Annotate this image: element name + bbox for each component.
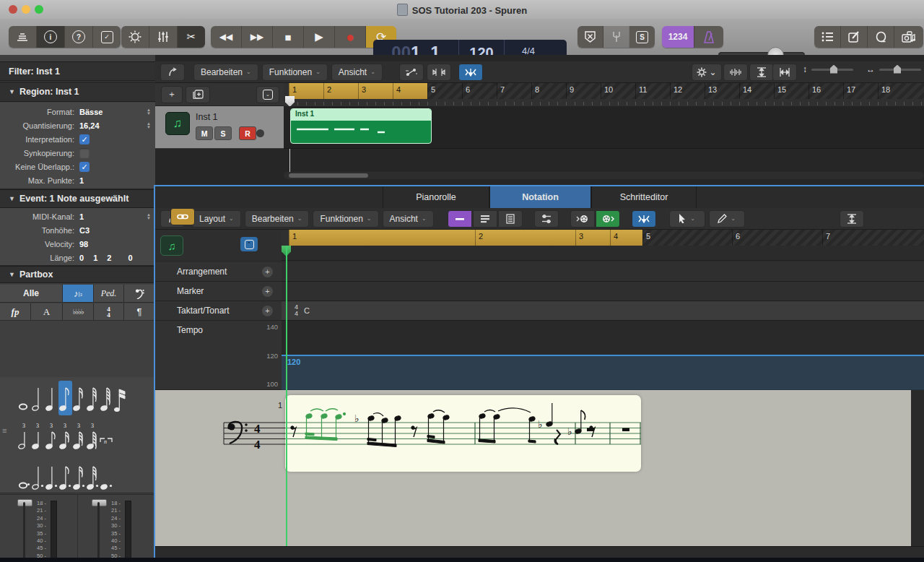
partbox-note-n8-triplet[interactable]: 3 [45,419,58,454]
view-page-button[interactable] [498,210,523,228]
metronome-button[interactable] [694,26,723,48]
menu-ansicht[interactable]: Ansicht⌄ [331,64,383,81]
collapse-global-tracks-button[interactable]: ⌃ [240,237,258,251]
track-lane[interactable]: Inst 1 [284,106,924,149]
rewind-button[interactable]: ◀◀ [211,26,242,48]
forward-button[interactable]: ▶▶ [242,26,273,48]
vertical-zoom-slider[interactable]: ↕ [803,64,853,74]
track-name[interactable]: Inst 1 [196,112,218,122]
pointer-tool-button[interactable]: ⌄ [669,210,705,228]
solo-mode-button[interactable]: S [629,26,655,48]
drag-handle-icon[interactable]: ≡ [2,426,6,435]
region-inspector-header[interactable]: ▼Region: Inst 1 [0,82,155,102]
partbox-note-bracket[interactable]: n [100,419,113,454]
midi-region[interactable]: Inst 1 [290,108,432,144]
param-format[interactable]: Format:Bässe▲▼ [0,105,155,118]
tab-notation[interactable]: Notation [489,186,591,208]
partbox-note-n16-dotted[interactable] [72,459,86,494]
filter-settings-button[interactable] [534,210,559,228]
media-browser-button[interactable] [894,26,923,48]
partbox-tab-timesig[interactable]: 44 [94,303,124,321]
horizontal-scrollbar[interactable] [284,172,924,179]
waveform-zoom-button[interactable] [723,64,748,81]
smart-controls-button[interactable] [121,26,149,48]
partbox-note-n16[interactable] [72,381,86,415]
bar-ruler[interactable]: 123456789101112131415161718 [284,83,924,106]
param-no-overlap[interactable]: Keine Überlapp.:✓ [0,160,155,173]
track-mute-button[interactable]: M [196,126,213,140]
partbox-tab-accidentals[interactable]: ♭♭♭♭ [63,303,94,321]
tempo-curve[interactable] [282,355,924,392]
region-color-button[interactable]: ♫ [160,235,183,256]
menu-funktionen[interactable]: Funktionen⌄ [313,210,378,228]
partbox-tab-paragraph[interactable]: ¶ [124,303,155,321]
param-quantize[interactable]: Quantisierung:16,24▲▼ [0,118,155,132]
signature-lane[interactable]: 44 C [282,301,924,321]
score-bar-ruler[interactable]: 1234567 [282,230,924,246]
scrollbar-thumb[interactable] [289,173,368,178]
param-interpretation[interactable]: Interpretation:✓ [0,132,155,146]
param-midi-channel[interactable]: MIDI-Kanal:1▲▼ [0,209,155,223]
arrangement-lane[interactable] [282,262,924,282]
track-solo-button[interactable]: S [214,126,232,140]
menu-layout[interactable]: Layout⌄ [192,210,241,228]
partbox-tab-notes[interactable]: ♪|₃ [63,285,94,303]
catch-back-button[interactable] [160,64,185,81]
menu-ansicht[interactable]: Ansicht⌄ [383,210,434,228]
track-record-button[interactable]: R [239,126,256,140]
note-pads-button[interactable] [841,26,868,48]
record-button[interactable]: ● [335,26,366,48]
track-icon[interactable]: ♫ [165,112,190,135]
partbox-note-half-triplet[interactable]: 3 [17,419,31,454]
global-track-marker[interactable]: Marker+ [155,282,282,301]
tab-schritteditor[interactable]: Schritteditor [591,186,697,208]
add-track-button[interactable]: ＋ [161,86,183,103]
stepper-icon[interactable]: ▲▼ [147,108,151,116]
partbox-tab-clef[interactable] [124,285,155,303]
partbox-note-half[interactable] [31,381,45,415]
partbox-note-whole[interactable] [17,381,31,415]
track-input-monitor[interactable] [256,129,264,137]
count-in-button[interactable]: 1234 [662,26,694,48]
autopunch-button[interactable] [578,26,603,48]
param-pitch[interactable]: Tonhöhe:C3 [0,223,155,237]
add-icon[interactable]: + [262,286,273,297]
menu-funktionen[interactable]: Funktionen⌄ [262,64,328,81]
partbox-note-beam[interactable] [113,381,127,415]
partbox-note-n64[interactable] [100,381,113,415]
partbox-tab-text[interactable]: A [31,303,63,321]
inspector-button[interactable]: i [37,26,65,48]
menu-bearbeiten[interactable]: Bearbeiten⌄ [245,210,310,228]
link-mode-button[interactable] [170,208,195,225]
partbox-tab-pedal[interactable]: Ped. [94,285,124,303]
duplicate-track-button[interactable] [186,86,210,103]
midi-out-button[interactable] [596,210,620,228]
add-icon[interactable]: + [262,267,273,277]
partbox-note-q[interactable] [45,381,58,415]
toolbar-button[interactable]: ✓ [93,26,121,48]
checkbox-unchecked-icon[interactable] [79,148,90,158]
vertical-auto-zoom-button[interactable] [840,210,864,228]
partbox-header[interactable]: ▼Partbox [0,266,155,283]
partbox-tab-dynamics[interactable]: fp [0,303,31,321]
score-display[interactable]: 4 4 1 ♭ [155,390,924,546]
global-track-signature[interactable]: Taktart/Tonart+ [155,301,282,321]
marker-lane[interactable] [282,282,924,301]
catch-playhead-button[interactable] [632,210,656,228]
partbox-note-n8-dotted[interactable] [58,459,72,494]
param-max-dots[interactable]: Max. Punkte:1 [0,173,155,187]
quick-help-button[interactable]: ? [65,26,93,48]
event-inspector-header[interactable]: ▼Event: 1 Note ausgewählt [0,189,155,208]
tempo-lane[interactable]: 120 [282,321,924,390]
pencil-tool-button[interactable]: ⌄ [709,210,745,228]
editors-button[interactable]: ✂ [178,26,205,48]
play-button[interactable]: ▶ [304,26,335,48]
param-syncopation[interactable]: Synkopierung: [0,146,155,160]
global-track-arrangement[interactable]: Arrangement+ [155,262,282,282]
tab-pianorolle[interactable]: Pianorolle [383,186,489,208]
add-icon[interactable]: + [262,306,273,316]
score-scroll-gutter[interactable] [911,390,924,546]
mixer-button[interactable] [149,26,178,48]
track-header[interactable]: ♫ Inst 1 M S R [155,106,284,149]
inspector-filter[interactable]: Filter: Inst 1 [0,61,155,81]
